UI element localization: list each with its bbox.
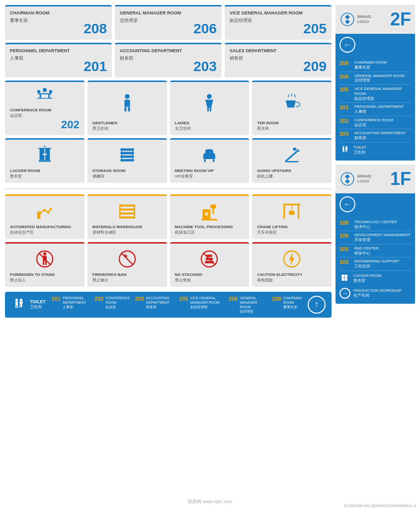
dir-203-num: 203	[339, 131, 351, 141]
dir-206: 206 GENERAL MANAGER ROOM 总经理室	[339, 72, 411, 85]
bottom-room-208: 208 CHAIRMAN ROOM 董事长室	[272, 296, 302, 314]
lightning-icon	[282, 249, 302, 269]
svg-rect-14	[210, 107, 211, 112]
tea-room-card: TER ROOM 茶水间	[252, 81, 332, 135]
gentlemen-card: GENTLEMEN 男卫生间	[87, 81, 167, 135]
dir-production-1f: → PRODUCTION WORKSHOP 生产车间	[339, 286, 411, 301]
svg-point-21	[45, 154, 47, 155]
caution-electricity-card: CAUTION ELECTRICITY 有电危险	[252, 242, 332, 287]
locker-icon-area	[10, 144, 80, 169]
svg-rect-88	[342, 148, 344, 150]
svg-rect-28	[121, 148, 122, 161]
materials-warehouse-card: MATERIALS WAREHOUSE 原材料仓储区	[87, 194, 167, 239]
toilet-icon-bottom	[11, 297, 27, 313]
1f-header: BRAND LOGO 1F	[336, 165, 415, 193]
svg-rect-49	[119, 204, 120, 218]
svg-rect-65	[43, 255, 47, 261]
bottom-num-201: 201	[52, 296, 61, 302]
personnel-dept-card: PERSONNEL DEPARTMENT 人事部 201	[5, 43, 112, 78]
shelves-icon	[117, 201, 137, 221]
ladies-card: LADIES 女卫生间	[170, 81, 250, 135]
svg-rect-13	[207, 107, 209, 112]
up-arrow-button[interactable]: ↑	[308, 296, 326, 314]
dir-202: 202 CONFERENCE ROOM 会议室	[339, 116, 411, 130]
female-icon	[199, 92, 219, 112]
svg-rect-80	[15, 305, 16, 308]
automated-manufacturing-chinese: 自动化生产区	[10, 230, 34, 235]
1f-directory-panel: BRAND LOGO 1F ← 108 TECHNOLOGY CENTER 技术…	[336, 165, 415, 304]
svg-rect-45	[119, 204, 135, 206]
bottom-room-203: 203 ACCOUNTING DEPARTMENT 财务部	[135, 296, 174, 314]
gentlemen-icon-area	[92, 86, 162, 121]
toilet-2f-text: TOILET 卫生间	[353, 145, 366, 155]
crane-lifting-card: CRANE LIFTING 天车吊装区	[252, 194, 332, 239]
warning-row: FORBIDDEN TO STAND 禁止站人 FIREWORKS BAN 禁止…	[5, 242, 332, 287]
room-row-2: PERSONNEL DEPARTMENT 人事部 201 ACCOUNTING …	[5, 43, 332, 78]
personnel-dept-title: PERSONNEL DEPARTMENT	[10, 48, 107, 54]
2f-header: BRAND LOGO 2F	[336, 5, 415, 34]
1f-directory-list: 108 TECHNOLOGY CENTER 技术中心 106 DEVELOPME…	[336, 215, 415, 304]
svg-line-15	[288, 94, 289, 97]
svg-point-7	[125, 94, 130, 99]
dir-202-num: 202	[339, 118, 351, 128]
dir-106: 106 DEVELOPMENT MANAGEMENT 开发管理	[339, 231, 411, 245]
dir-205-text: VICE GENERAL MANAGER ROOM 副总经理室	[354, 86, 411, 101]
svg-point-32	[293, 148, 296, 151]
svg-rect-46	[119, 208, 135, 210]
1f-logo: BRAND LOGO	[339, 171, 371, 187]
bottom-num-206: 206	[229, 296, 238, 302]
dir-106-text: DEVELOPMENT MANAGEMENT 开发管理	[354, 233, 410, 243]
dir-102: 102 ENGINEERING SUPPORT 工程支持	[339, 257, 411, 271]
ladies-chinese: 女卫生间	[175, 126, 191, 131]
svg-rect-79	[15, 301, 18, 305]
svg-point-20	[43, 154, 44, 155]
fireworks-ban-card: FIREWORKS BAN 禁止烟火	[87, 242, 167, 287]
svg-point-55	[206, 213, 207, 215]
bottom-text-208: CHAIRMAN ROOM 董事长室	[283, 296, 302, 309]
crane-lifting-label: CRANE LIFTING	[257, 225, 288, 230]
dir-208-text: CHAIRMAN ROOM 董事长室	[354, 60, 387, 70]
svg-rect-84	[19, 305, 20, 307]
no-stack-icon-area	[175, 248, 245, 272]
crane-lifting-chinese: 天车吊装区	[257, 230, 277, 235]
dir-102-text: ENGINEERING SUPPORT 工程支持	[354, 259, 400, 269]
bottom-num-208: 208	[272, 296, 281, 302]
locker-icon-1f	[339, 273, 350, 284]
bottom-rooms-list: 201 PERSONNEL DEPARTMENT 人事部 202 CONFERE…	[52, 296, 302, 314]
no-standing-icon	[35, 249, 55, 269]
svg-point-91	[345, 146, 347, 148]
svg-point-0	[43, 88, 47, 92]
ladies-label: LADIES	[175, 121, 189, 126]
svg-rect-26	[120, 156, 134, 158]
2f-arrow-row: ←	[336, 34, 415, 56]
svg-rect-29	[132, 148, 133, 161]
general-manager-room-title: GENERAL MANAGER ROOM	[120, 10, 217, 16]
meeting-vip-icon-area	[175, 144, 245, 169]
automated-manufacturing-label: AUTOMATED MANUFACTURING	[10, 225, 71, 230]
svg-rect-73	[205, 261, 214, 263]
personnel-dept-number: 201	[84, 59, 107, 75]
male-icon	[117, 92, 137, 112]
svg-rect-94	[346, 150, 347, 152]
svg-rect-47	[119, 212, 135, 214]
materials-warehouse-label: MATERIALS WAREHOUSE	[92, 225, 143, 230]
storage-room-chinese: 储藏间	[92, 173, 104, 179]
dir-toilet-2f: TOILET 卫生间	[339, 143, 411, 158]
warehouse-icon-area	[92, 200, 162, 225]
dir-205-num: 205	[339, 86, 351, 101]
no-stacking-icon	[199, 249, 219, 269]
svg-rect-48	[119, 216, 135, 218]
machine-tool-label: MACHINE TOOL PROCESSING	[175, 225, 233, 230]
room-row-1: CHAIRMAN ROOM 董事长室 208 GENERAL MANAGER R…	[5, 5, 332, 40]
dir-203-text: ACCOUNTING DEPARTMENT 财务部	[354, 131, 406, 141]
locker-room-chinese: 更衣室	[10, 173, 22, 179]
2f-directory-panel: BRAND LOGO 2F ← 208 CHAIRMAN ROOM 董事长室	[336, 5, 415, 161]
2f-left-arrow-icon: ←	[339, 37, 355, 53]
svg-rect-5	[48, 94, 50, 98]
bottom-num-202: 202	[94, 296, 103, 302]
escalator-up-icon	[282, 145, 302, 165]
ladies-icon-area	[175, 86, 245, 121]
bottom-room-202: 202 CONFERENCE ROOM 会议室	[94, 296, 130, 314]
bottom-text-201: PERSONNEL DEPARTMENT 人事部	[63, 296, 89, 309]
dir-105-text: R&D CENTER 研发中心	[354, 246, 379, 256]
